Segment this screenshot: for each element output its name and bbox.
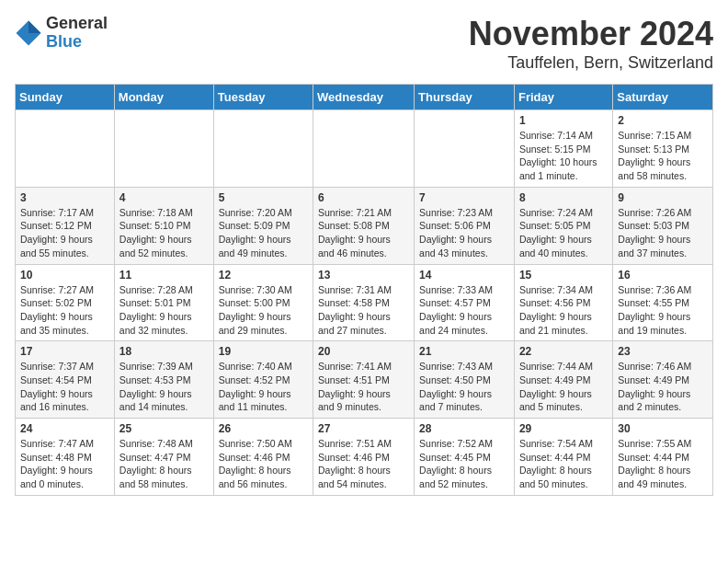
calendar-cell xyxy=(213,110,313,188)
day-number: 26 xyxy=(219,422,308,435)
calendar-cell: 15Sunrise: 7:34 AM Sunset: 4:56 PM Dayli… xyxy=(514,264,612,341)
day-number: 9 xyxy=(618,191,708,204)
day-info: Sunrise: 7:40 AM Sunset: 4:52 PM Dayligh… xyxy=(219,360,308,414)
calendar-cell: 12Sunrise: 7:30 AM Sunset: 5:00 PM Dayli… xyxy=(213,264,313,341)
weekday-header: Friday xyxy=(514,85,612,110)
day-info: Sunrise: 7:30 AM Sunset: 5:00 PM Dayligh… xyxy=(219,283,308,338)
day-info: Sunrise: 7:21 AM Sunset: 5:08 PM Dayligh… xyxy=(318,206,409,260)
calendar-header-row: SundayMondayTuesdayWednesdayThursdayFrid… xyxy=(16,85,713,110)
day-info: Sunrise: 7:37 AM Sunset: 4:54 PM Dayligh… xyxy=(20,360,109,414)
calendar-cell xyxy=(313,110,415,188)
day-info: Sunrise: 7:23 AM Sunset: 5:06 PM Dayligh… xyxy=(419,206,509,260)
svg-marker-1 xyxy=(28,20,41,33)
calendar-week-row: 24Sunrise: 7:47 AM Sunset: 4:48 PM Dayli… xyxy=(16,419,713,496)
calendar-cell xyxy=(16,110,115,188)
day-number: 13 xyxy=(318,269,409,282)
calendar-cell: 28Sunrise: 7:52 AM Sunset: 4:45 PM Dayli… xyxy=(415,419,515,496)
calendar-cell: 30Sunrise: 7:55 AM Sunset: 4:44 PM Dayli… xyxy=(613,419,713,496)
day-number: 11 xyxy=(119,269,209,282)
logo-blue: Blue xyxy=(46,33,108,52)
day-number: 4 xyxy=(119,191,209,204)
calendar-cell: 8Sunrise: 7:24 AM Sunset: 5:05 PM Daylig… xyxy=(514,187,612,264)
calendar-cell: 26Sunrise: 7:50 AM Sunset: 4:46 PM Dayli… xyxy=(213,419,313,496)
day-info: Sunrise: 7:54 AM Sunset: 4:44 PM Dayligh… xyxy=(519,437,608,491)
day-number: 14 xyxy=(419,269,509,282)
day-number: 18 xyxy=(119,345,209,358)
day-info: Sunrise: 7:27 AM Sunset: 5:02 PM Dayligh… xyxy=(20,283,109,338)
day-number: 28 xyxy=(419,422,509,435)
day-number: 1 xyxy=(519,114,608,127)
day-info: Sunrise: 7:36 AM Sunset: 4:55 PM Dayligh… xyxy=(618,283,708,338)
day-info: Sunrise: 7:41 AM Sunset: 4:51 PM Dayligh… xyxy=(318,360,409,414)
day-number: 15 xyxy=(519,269,608,282)
calendar-cell: 23Sunrise: 7:46 AM Sunset: 4:49 PM Dayli… xyxy=(613,341,713,419)
day-info: Sunrise: 7:52 AM Sunset: 4:45 PM Dayligh… xyxy=(419,437,509,491)
day-info: Sunrise: 7:33 AM Sunset: 4:57 PM Dayligh… xyxy=(419,283,509,338)
logo-icon xyxy=(15,19,42,47)
day-info: Sunrise: 7:17 AM Sunset: 5:12 PM Dayligh… xyxy=(20,206,109,260)
calendar-cell: 3Sunrise: 7:17 AM Sunset: 5:12 PM Daylig… xyxy=(16,187,115,264)
day-info: Sunrise: 7:24 AM Sunset: 5:05 PM Dayligh… xyxy=(519,206,608,260)
calendar-week-row: 3Sunrise: 7:17 AM Sunset: 5:12 PM Daylig… xyxy=(16,187,713,264)
day-number: 30 xyxy=(618,422,708,435)
calendar-cell: 18Sunrise: 7:39 AM Sunset: 4:53 PM Dayli… xyxy=(114,341,213,419)
day-number: 27 xyxy=(318,422,409,435)
day-info: Sunrise: 7:20 AM Sunset: 5:09 PM Dayligh… xyxy=(219,206,308,260)
location-title: Tauffelen, Bern, Switzerland xyxy=(469,53,713,73)
weekday-header: Thursday xyxy=(415,85,515,110)
calendar-cell: 14Sunrise: 7:33 AM Sunset: 4:57 PM Dayli… xyxy=(415,264,515,341)
calendar-cell: 29Sunrise: 7:54 AM Sunset: 4:44 PM Dayli… xyxy=(514,419,612,496)
calendar-cell: 9Sunrise: 7:26 AM Sunset: 5:03 PM Daylig… xyxy=(613,187,713,264)
calendar-cell: 22Sunrise: 7:44 AM Sunset: 4:49 PM Dayli… xyxy=(514,341,612,419)
day-number: 19 xyxy=(219,345,308,358)
day-info: Sunrise: 7:51 AM Sunset: 4:46 PM Dayligh… xyxy=(318,437,409,491)
day-number: 5 xyxy=(219,191,308,204)
day-number: 2 xyxy=(618,114,708,127)
calendar-cell: 16Sunrise: 7:36 AM Sunset: 4:55 PM Dayli… xyxy=(613,264,713,341)
calendar-cell: 19Sunrise: 7:40 AM Sunset: 4:52 PM Dayli… xyxy=(213,341,313,419)
calendar-cell: 20Sunrise: 7:41 AM Sunset: 4:51 PM Dayli… xyxy=(313,341,415,419)
calendar-cell: 11Sunrise: 7:28 AM Sunset: 5:01 PM Dayli… xyxy=(114,264,213,341)
calendar-cell: 17Sunrise: 7:37 AM Sunset: 4:54 PM Dayli… xyxy=(16,341,115,419)
weekday-header: Saturday xyxy=(613,85,713,110)
day-number: 23 xyxy=(618,345,708,358)
month-title: November 2024 xyxy=(469,15,713,53)
day-info: Sunrise: 7:43 AM Sunset: 4:50 PM Dayligh… xyxy=(419,360,509,414)
day-number: 6 xyxy=(318,191,409,204)
calendar-cell xyxy=(415,110,515,188)
weekday-header: Tuesday xyxy=(213,85,313,110)
weekday-header: Wednesday xyxy=(313,85,415,110)
day-number: 16 xyxy=(618,269,708,282)
calendar-cell: 25Sunrise: 7:48 AM Sunset: 4:47 PM Dayli… xyxy=(114,419,213,496)
calendar-cell: 13Sunrise: 7:31 AM Sunset: 4:58 PM Dayli… xyxy=(313,264,415,341)
day-info: Sunrise: 7:50 AM Sunset: 4:46 PM Dayligh… xyxy=(219,437,308,491)
day-info: Sunrise: 7:48 AM Sunset: 4:47 PM Dayligh… xyxy=(119,437,209,491)
logo-general: General xyxy=(46,15,108,33)
day-number: 29 xyxy=(519,422,608,435)
logo-text: General Blue xyxy=(46,15,108,52)
calendar-cell: 24Sunrise: 7:47 AM Sunset: 4:48 PM Dayli… xyxy=(16,419,115,496)
calendar-cell: 4Sunrise: 7:18 AM Sunset: 5:10 PM Daylig… xyxy=(114,187,213,264)
calendar-cell: 7Sunrise: 7:23 AM Sunset: 5:06 PM Daylig… xyxy=(415,187,515,264)
day-number: 22 xyxy=(519,345,608,358)
calendar: SundayMondayTuesdayWednesdayThursdayFrid… xyxy=(15,84,713,496)
calendar-week-row: 17Sunrise: 7:37 AM Sunset: 4:54 PM Dayli… xyxy=(16,341,713,419)
day-number: 21 xyxy=(419,345,509,358)
calendar-week-row: 1Sunrise: 7:14 AM Sunset: 5:15 PM Daylig… xyxy=(16,110,713,188)
day-info: Sunrise: 7:28 AM Sunset: 5:01 PM Dayligh… xyxy=(119,283,209,338)
calendar-cell: 27Sunrise: 7:51 AM Sunset: 4:46 PM Dayli… xyxy=(313,419,415,496)
day-number: 20 xyxy=(318,345,409,358)
day-info: Sunrise: 7:39 AM Sunset: 4:53 PM Dayligh… xyxy=(119,360,209,414)
day-number: 24 xyxy=(20,422,109,435)
day-number: 8 xyxy=(519,191,608,204)
day-info: Sunrise: 7:31 AM Sunset: 4:58 PM Dayligh… xyxy=(318,283,409,338)
title-area: November 2024 Tauffelen, Bern, Switzerla… xyxy=(469,15,713,73)
day-number: 7 xyxy=(419,191,509,204)
header: General Blue November 2024 Tauffelen, Be… xyxy=(15,15,713,73)
weekday-header: Monday xyxy=(114,85,213,110)
weekday-header: Sunday xyxy=(16,85,115,110)
day-info: Sunrise: 7:15 AM Sunset: 5:13 PM Dayligh… xyxy=(618,129,708,183)
day-number: 17 xyxy=(20,345,109,358)
day-info: Sunrise: 7:34 AM Sunset: 4:56 PM Dayligh… xyxy=(519,283,608,338)
day-info: Sunrise: 7:44 AM Sunset: 4:49 PM Dayligh… xyxy=(519,360,608,414)
